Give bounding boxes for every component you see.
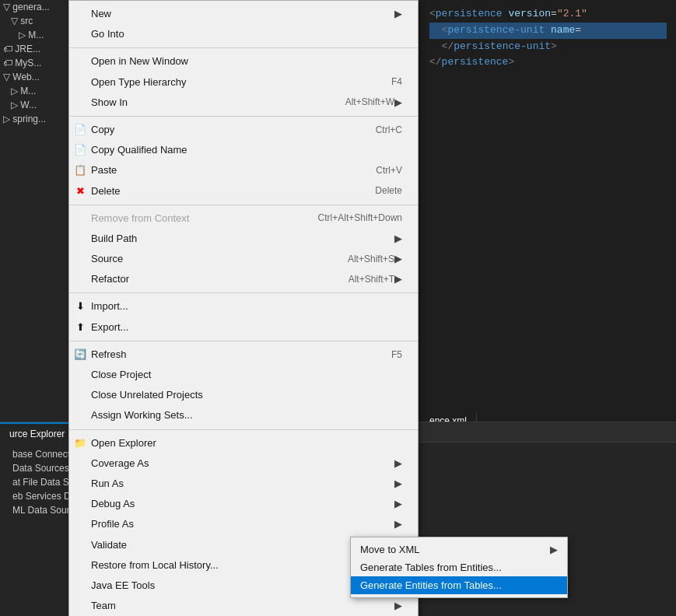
folder-icon: 📁 (74, 437, 86, 450)
tree-item[interactable]: 🏷 JRE... (0, 42, 69, 56)
submenu-item-move-to-xml[interactable]: Move to XML ▶ (351, 541, 567, 558)
menu-item-debug-as-label: Debug As (91, 497, 394, 511)
menu-item-copy[interactable]: 📄 Copy Ctrl+C (69, 120, 418, 140)
shortcut-show-in: Alt+Shift+W (330, 96, 394, 109)
menu-item-build-path-label: Build Path (91, 232, 394, 246)
menu-item-refresh[interactable]: 🔄 Refresh F5 (69, 345, 418, 365)
menu-item-open-type-hierarchy-label: Open Type Hierarchy (91, 75, 376, 89)
shortcut-refactor: Alt+Shift+T (333, 273, 394, 286)
menu-item-copy-qualified-label: Copy Qualified Name (91, 143, 402, 157)
menu-item-close-project-label: Close Project (91, 368, 402, 382)
shortcut-refresh: F5 (376, 348, 402, 362)
submenu-arrow: ▶ (550, 544, 558, 555)
tree-item[interactable]: ▷ M... (0, 84, 69, 98)
menu-item-source-label: Source (91, 252, 332, 266)
menu-item-java-ee-tools-label: Java EE Tools (91, 579, 394, 593)
shortcut-source: Alt+Shift+S (332, 253, 394, 266)
tree-item[interactable]: ▽ genera... (0, 0, 69, 14)
code-line: </persistence-unit> (429, 39, 667, 55)
menu-item-import[interactable]: ⬇ Import... (69, 296, 418, 317)
submenu-item-move-to-xml-label: Move to XML (360, 544, 550, 555)
copy-qualified-icon: 📄 (74, 144, 86, 156)
submenu-arrow: ▶ (394, 457, 402, 471)
menu-item-coverage-as-label: Coverage As (91, 457, 394, 471)
submenu-arrow: ▶ (394, 497, 402, 511)
submenu-arrow: ▶ (394, 232, 402, 246)
submenu-arrow: ▶ (394, 599, 402, 613)
tree-item[interactable]: ▷ spring... (0, 112, 69, 126)
code-line: <persistence-unit name= (429, 23, 667, 39)
submenu-arrow: ▶ (394, 272, 402, 286)
menu-item-delete-label: Delete (91, 184, 359, 198)
menu-item-team[interactable]: Team ▶ (69, 596, 418, 616)
menu-item-close-unrelated[interactable]: Close Unrelated Projects (69, 385, 418, 405)
shortcut-paste: Ctrl+V (360, 164, 402, 177)
menu-item-close-project[interactable]: Close Project (69, 365, 418, 385)
submenu-arrow: ▶ (394, 7, 402, 21)
code-line: <persistence version="2.1" (429, 6, 667, 23)
copy-icon: 📄 (74, 124, 86, 136)
tree-item[interactable]: ▽ Web... (0, 70, 69, 84)
menu-item-debug-as[interactable]: Debug As ▶ (69, 494, 418, 514)
tree-item[interactable]: ▷ W... (0, 98, 69, 112)
menu-item-coverage-as[interactable]: Coverage As ▶ (69, 453, 418, 474)
menu-item-copy-qualified[interactable]: 📄 Copy Qualified Name (69, 140, 418, 160)
separator (69, 116, 418, 117)
menu-item-export[interactable]: ⬆ Export... (69, 317, 418, 338)
menu-item-new[interactable]: New ▶ (69, 4, 418, 24)
menu-item-go-into-label: Go Into (91, 27, 402, 41)
submenu-arrow: ▶ (394, 252, 402, 266)
menu-item-assign-working-sets[interactable]: Assign Working Sets... (69, 405, 418, 425)
menu-item-remove-context-label: Remove from Context (91, 212, 303, 226)
menu-item-run-as[interactable]: Run As ▶ (69, 474, 418, 494)
menu-item-open-explorer-label: Open Explorer (91, 436, 402, 450)
paste-icon: 📋 (74, 164, 86, 177)
shortcut-f4: F4 (376, 75, 402, 89)
submenu-arrow: ▶ (394, 96, 402, 110)
menu-item-open-type-hierarchy[interactable]: Open Type Hierarchy F4 (69, 72, 418, 93)
shortcut-copy: Ctrl+C (360, 124, 402, 137)
tree-item[interactable]: 🏷 MyS... (0, 56, 69, 70)
menu-item-refactor-label: Refactor (91, 272, 333, 286)
menu-item-profile-as[interactable]: Profile As ▶ (69, 514, 418, 534)
menu-item-paste[interactable]: 📋 Paste Ctrl+V (69, 160, 418, 180)
export-icon: ⬆ (74, 321, 86, 334)
tree-item[interactable]: ▽ src (0, 14, 69, 28)
separator (69, 205, 418, 205)
separator (69, 292, 418, 293)
menu-item-profile-as-label: Profile As (91, 517, 394, 531)
submenu-item-generate-entities-label: Generate Entities from Tables... (360, 579, 558, 591)
delete-icon: ✖ (74, 185, 86, 198)
submenu-item-generate-tables-label: Generate Tables from Entities... (360, 562, 558, 573)
submenu-item-generate-entities[interactable]: Generate Entities from Tables... (351, 576, 567, 594)
refresh-icon: 🔄 (74, 348, 86, 361)
menu-item-new-label: New (91, 7, 394, 21)
menu-item-delete[interactable]: ✖ Delete Delete (69, 181, 418, 201)
menu-item-assign-working-sets-label: Assign Working Sets... (91, 408, 402, 422)
menu-item-open-new-window[interactable]: Open in New Window (69, 51, 418, 72)
menu-item-open-explorer[interactable]: 📁 Open Explorer (69, 433, 418, 453)
menu-item-build-path[interactable]: Build Path ▶ (69, 229, 418, 249)
menu-item-team-label: Team (91, 599, 394, 613)
submenu-arrow: ▶ (394, 517, 402, 531)
submenu-arrow: ▶ (394, 477, 402, 491)
separator (69, 429, 418, 430)
menu-item-go-into[interactable]: Go Into (69, 24, 418, 44)
menu-item-show-in[interactable]: Show In Alt+Shift+W ▶ (69, 93, 418, 113)
menu-item-paste-label: Paste (91, 163, 360, 177)
context-menu: New ▶ Go Into Open in New Window Open Ty… (68, 0, 419, 616)
shortcut-delete: Delete (359, 184, 402, 198)
separator (69, 341, 418, 341)
menu-item-show-in-label: Show In (91, 96, 330, 110)
separator (69, 47, 418, 48)
code-line: </persistence> (429, 54, 667, 71)
submenu-item-generate-tables[interactable]: Generate Tables from Entities... (351, 558, 567, 576)
tree-item[interactable]: ▷ M... (0, 28, 69, 42)
menu-item-import-label: Import... (91, 299, 402, 313)
menu-item-refresh-label: Refresh (91, 348, 376, 362)
menu-item-remove-context: Remove from Context Ctrl+Alt+Shift+Down (69, 208, 418, 229)
import-icon: ⬇ (74, 301, 86, 313)
menu-item-export-label: Export... (91, 320, 402, 334)
menu-item-refactor[interactable]: Refactor Alt+Shift+T ▶ (69, 269, 418, 289)
menu-item-source[interactable]: Source Alt+Shift+S ▶ (69, 249, 418, 269)
